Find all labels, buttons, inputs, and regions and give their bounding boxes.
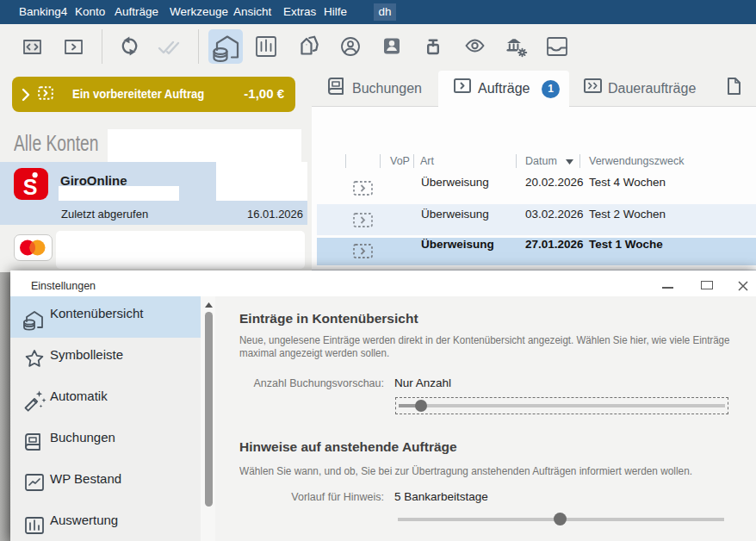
svg-text:S: S	[23, 175, 38, 199]
